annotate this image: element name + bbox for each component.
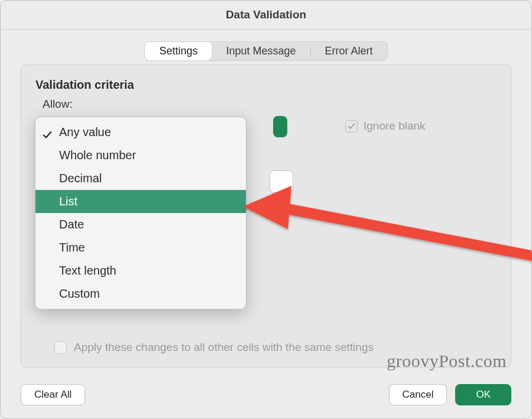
dropdown-item-label: Time bbox=[59, 241, 85, 254]
clear-all-button[interactable]: Clear All bbox=[21, 384, 85, 405]
dropdown-item-list[interactable]: List bbox=[35, 190, 246, 213]
tab-error-alert[interactable]: Error Alert bbox=[311, 42, 387, 60]
dropdown-item-label: Whole number bbox=[59, 149, 136, 162]
data-select-edge[interactable] bbox=[270, 170, 293, 193]
dropdown-item-label: Decimal bbox=[59, 172, 102, 185]
dialog-button-row: Clear All Cancel OK bbox=[21, 384, 511, 405]
dropdown-item-any-value[interactable]: Any value bbox=[35, 121, 246, 144]
check-icon bbox=[43, 128, 52, 137]
dropdown-item-label: Custom bbox=[59, 287, 100, 300]
dropdown-item-time[interactable]: Time bbox=[35, 236, 246, 259]
ignore-blank-row: Ignore blank bbox=[345, 120, 426, 133]
allow-dropdown-menu[interactable]: Any value Whole number Decimal List Date… bbox=[35, 117, 246, 310]
data-validation-dialog: Data Validation Settings Input Message E… bbox=[0, 0, 532, 419]
tab-settings[interactable]: Settings bbox=[145, 42, 212, 60]
apply-changes-checkbox[interactable] bbox=[54, 341, 67, 354]
dropdown-item-label: List bbox=[59, 195, 77, 208]
tab-input-message[interactable]: Input Message bbox=[212, 42, 310, 60]
check-icon bbox=[348, 123, 355, 130]
validation-criteria-heading: Validation criteria bbox=[35, 78, 497, 92]
tab-group: Settings Input Message Error Alert bbox=[144, 41, 387, 61]
ignore-blank-label: Ignore blank bbox=[364, 120, 426, 133]
dropdown-item-decimal[interactable]: Decimal bbox=[35, 167, 246, 190]
dialog-tabs: Settings Input Message Error Alert bbox=[1, 41, 531, 61]
allow-select-button-edge[interactable] bbox=[273, 116, 287, 137]
dropdown-item-date[interactable]: Date bbox=[35, 213, 246, 236]
apply-changes-row: Apply these changes to all other cells w… bbox=[54, 341, 374, 354]
dropdown-item-custom[interactable]: Custom bbox=[35, 282, 246, 305]
cancel-button[interactable]: Cancel bbox=[389, 384, 447, 405]
allow-label: Allow: bbox=[43, 98, 511, 111]
apply-changes-label: Apply these changes to all other cells w… bbox=[74, 341, 374, 354]
dialog-title: Data Validation bbox=[1, 1, 531, 30]
dropdown-item-label: Any value bbox=[59, 125, 111, 138]
dropdown-item-label: Text length bbox=[59, 264, 116, 277]
dropdown-item-whole-number[interactable]: Whole number bbox=[35, 144, 246, 167]
watermark-text: groovyPost.com bbox=[387, 351, 507, 371]
ok-button[interactable]: OK bbox=[455, 384, 511, 405]
dropdown-item-text-length[interactable]: Text length bbox=[35, 259, 246, 282]
ignore-blank-checkbox[interactable] bbox=[345, 120, 358, 133]
dropdown-item-label: Date bbox=[59, 218, 84, 231]
